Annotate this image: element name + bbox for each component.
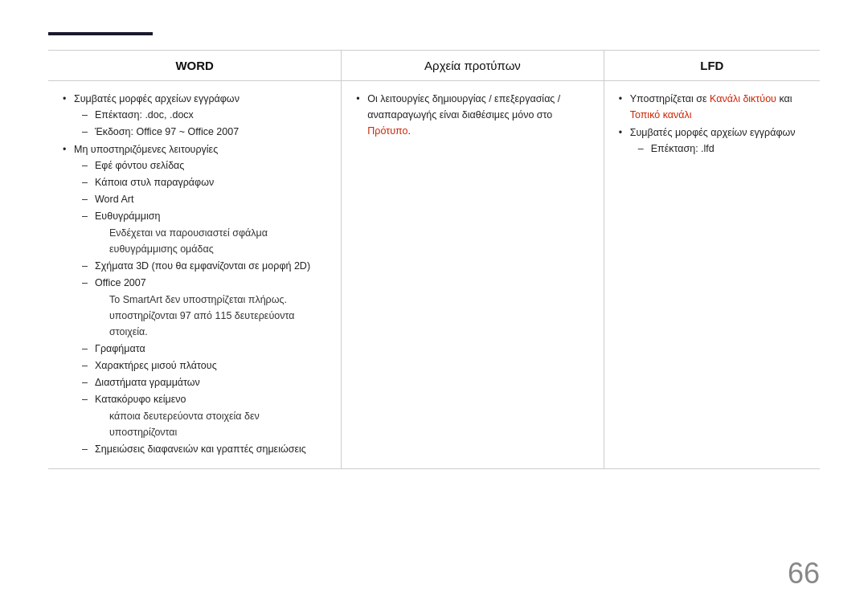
sub-list: Εφέ φόντου σελίδας Κάποια στυλ παραγράφω… [80, 157, 328, 457]
page-container: WORD Αρχεία προτύπων LFD Συμβατές μορφές… [0, 0, 868, 613]
list-item: Χαρακτήρες μισού πλάτους [80, 358, 328, 374]
network-channel-link[interactable]: Κανάλι δικτύου [710, 93, 776, 104]
accent-bar [48, 32, 153, 35]
list-item: Σχήματα 3D (που θα εμφανίζονται σε μορφή… [80, 258, 328, 274]
lfd-content: Υποστηρίζεται σε Κανάλι δικτύου και Τοπι… [604, 81, 820, 469]
templates-list: Οι λειτουργίες δημιουργίας / επεξεργασία… [354, 91, 590, 139]
list-item: Επέκταση: .lfd [637, 141, 807, 157]
prototype-link[interactable]: Πρότυπο [367, 125, 407, 137]
header-lfd: LFD [604, 51, 820, 81]
list-item: Γραφήματα [80, 341, 328, 357]
list-item: Έκδοση: Office 97 ~ Office 2007 [80, 124, 328, 140]
list-item: Word Art [80, 191, 328, 207]
list-item: Εφέ φόντου σελίδας [80, 157, 328, 174]
local-channel-link[interactable]: Τοπικό κανάλι [630, 109, 692, 121]
list-item: Office 2007 Το SmartArt δεν υποστηρίζετα… [80, 275, 328, 340]
page-number: 66 [788, 557, 820, 591]
word-content: Συμβατές μορφές αρχείων εγγράφων Επέκτασ… [48, 81, 342, 469]
list-item: Υποστηρίζεται σε Κανάλι δικτύου και Τοπι… [617, 91, 807, 123]
list-item: Κάποια στυλ παραγράφων [80, 174, 328, 190]
main-table: WORD Αρχεία προτύπων LFD Συμβατές μορφές… [48, 51, 820, 469]
list-item: Μη υποστηριζόμενες λειτουργίες Εφέ φόντο… [61, 141, 328, 457]
sub-note: Ενδέχεται να παρουσιαστεί σφάλμα ευθυγρά… [95, 225, 328, 257]
item-text: Υποστηρίζεται σε Κανάλι δικτύου και Τοπι… [630, 93, 792, 121]
header-templates: Αρχεία προτύπων [342, 51, 604, 81]
item-text: Συμβατές μορφές αρχείων εγγράφων [74, 93, 240, 104]
sub-list: Επέκταση: .lfd [637, 141, 807, 157]
sub-list: Επέκταση: .doc, .docx Έκδοση: Office 97 … [80, 107, 328, 140]
sub-note: Το SmartArt δεν υποστηρίζεται πλήρως. υπ… [95, 292, 328, 340]
list-item: Κατακόρυφο κείμενο κάποια δευτερεύοντα σ… [80, 391, 328, 440]
list-item: Οι λειτουργίες δημιουργίας / επεξεργασία… [354, 91, 590, 139]
item-text: Μη υποστηριζόμενες λειτουργίες [74, 144, 218, 155]
item-text: Συμβατές μορφές αρχείων εγγράφων [630, 127, 796, 138]
word-list: Συμβατές μορφές αρχείων εγγράφων Επέκτασ… [61, 91, 328, 457]
list-item: Ευθυγράμμιση Ενδέχεται να παρουσιαστεί σ… [80, 208, 328, 257]
item-text: Οι λειτουργίες δημιουργίας / επεξεργασία… [367, 93, 560, 137]
sub-note: κάποια δευτερεύοντα στοιχεία δεν υποστηρ… [95, 408, 328, 440]
header-word: WORD [48, 51, 342, 81]
list-item: Συμβατές μορφές αρχείων εγγράφων Επέκτασ… [617, 125, 807, 157]
list-item: Σημειώσεις διαφανειών και γραπτές σημειώ… [80, 441, 328, 457]
list-item: Συμβατές μορφές αρχείων εγγράφων Επέκτασ… [61, 91, 328, 140]
list-item: Επέκταση: .doc, .docx [80, 107, 328, 123]
templates-content: Οι λειτουργίες δημιουργίας / επεξεργασία… [342, 81, 604, 469]
lfd-list: Υποστηρίζεται σε Κανάλι δικτύου και Τοπι… [617, 91, 807, 157]
list-item: Διαστήματα γραμμάτων [80, 374, 328, 390]
